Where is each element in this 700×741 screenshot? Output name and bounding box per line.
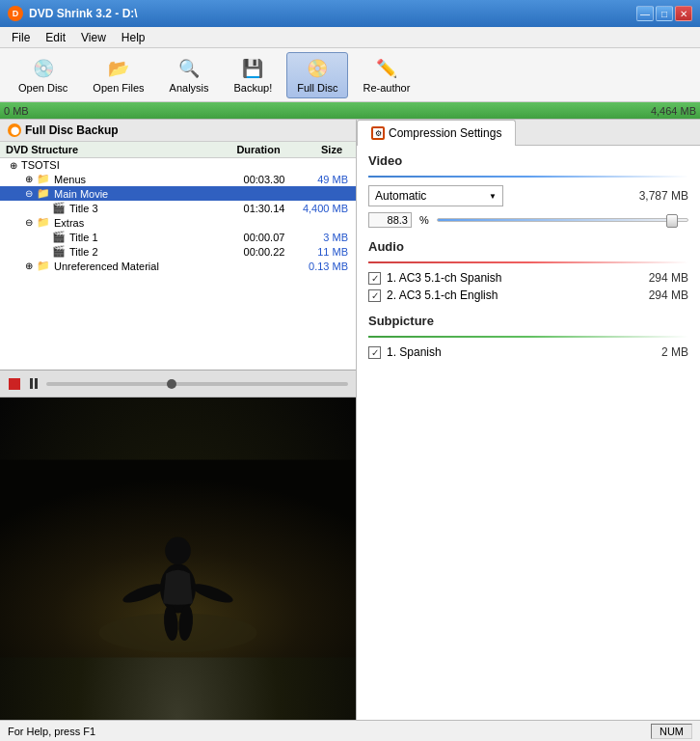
quality-slider[interactable]	[437, 218, 688, 222]
percent-symbol: %	[419, 214, 429, 226]
re-author-button[interactable]: ✏️ Re-author	[352, 52, 420, 98]
analysis-label: Analysis	[170, 82, 209, 94]
audio-2-label: 2. AC3 5.1-ch English	[387, 288, 643, 302]
audio-1-checkbox[interactable]: ✓	[368, 272, 381, 285]
tree-row-unreferenced[interactable]: ⊕ 📁 Unreferenced Material 0.13 MB	[0, 259, 356, 273]
structure-panel: ⬤ Full Disc Backup DVD Structure Duratio…	[0, 120, 356, 370]
label-unreferenced: Unreferenced Material	[54, 261, 159, 272]
menu-view[interactable]: View	[73, 29, 114, 46]
open-disc-icon: 💿	[32, 57, 55, 80]
quality-thumb	[666, 214, 678, 228]
status-help-text: For Help, press F1	[8, 726, 95, 737]
tree-row-title2[interactable]: 🎬 Title 2 00:00.22 11 MB	[0, 244, 356, 259]
folder-icon-menus: 📁	[37, 173, 50, 185]
audio-row-2: ✓ 2. AC3 5.1-ch English 294 MB	[368, 288, 688, 302]
tree-row-menus[interactable]: ⊕ 📁 Menus 00:03.30 49 MB	[0, 172, 356, 186]
label-title2: Title 2	[69, 246, 98, 258]
slider-row: %	[368, 212, 688, 228]
toolbar: 💿 Open Disc 📂 Open Files 🔍 Analysis 💾 Ba…	[0, 48, 700, 102]
label-title3: Title 3	[69, 203, 98, 214]
sub-1-label: 1. Spanish	[387, 345, 656, 359]
compression-content: Video Automatic ▼ 3,787 MB %	[357, 146, 700, 720]
percent-input[interactable]	[368, 212, 412, 228]
expand-extras[interactable]: ⊖	[23, 217, 35, 228]
menu-help[interactable]: Help	[114, 29, 153, 46]
tree-row-main-movie[interactable]: ⊖ 📁 Main Movie	[0, 186, 356, 201]
backup-button[interactable]: 💾 Backup!	[224, 52, 283, 98]
col-duration-header: Duration	[225, 144, 292, 155]
stop-button[interactable]	[8, 377, 21, 391]
progress-label-left: 0 MB	[4, 105, 29, 117]
expand-tsotsi[interactable]: ⊕	[8, 160, 19, 171]
audio-1-label: 1. AC3 5.1-ch Spanish	[387, 271, 643, 285]
pause-icon	[30, 378, 38, 389]
open-files-button[interactable]: 📂 Open Files	[82, 52, 154, 98]
maximize-button[interactable]: □	[656, 6, 673, 21]
video-scene	[0, 398, 356, 720]
pause-button[interactable]	[27, 377, 40, 391]
audio-section: Audio ✓ 1. AC3 5.1-ch Spanish 294 MB ✓ 2…	[368, 239, 688, 302]
audio-1-size: 294 MB	[649, 271, 688, 285]
menu-edit[interactable]: Edit	[38, 29, 73, 46]
video-divider	[368, 176, 688, 178]
sub-1-checkbox[interactable]: ✓	[368, 346, 381, 359]
panel-header-title: Full Disc Backup	[25, 124, 119, 137]
tree-row-tsotsi[interactable]: ⊕ TSOTSI	[0, 158, 356, 172]
expand-unreferenced[interactable]: ⊕	[23, 261, 35, 271]
menu-file[interactable]: File	[4, 29, 38, 46]
tree-row-title1[interactable]: 🎬 Title 1 00:00.07 3 MB	[0, 230, 356, 244]
re-author-icon: ✏️	[375, 57, 398, 80]
backup-icon: 💾	[241, 57, 264, 80]
title-text: DVD Shrink 3.2 - D:\	[29, 7, 138, 20]
dropdown-arrow-icon: ▼	[489, 192, 497, 201]
open-disc-button[interactable]: 💿 Open Disc	[8, 52, 78, 98]
label-tsotsi: TSOTSI	[21, 159, 60, 171]
expand-main-movie[interactable]: ⊖	[23, 188, 35, 199]
compression-tab-label: Compression Settings	[389, 126, 501, 140]
tree-row-extras[interactable]: ⊖ 📁 Extras	[0, 215, 356, 230]
full-disc-button[interactable]: 📀 Full Disc	[286, 52, 348, 98]
audio-2-checkbox[interactable]: ✓	[368, 289, 381, 302]
player-scrubber[interactable]	[46, 382, 348, 386]
label-title1: Title 1	[69, 232, 98, 243]
video-controls-row: Automatic ▼ 3,787 MB	[368, 185, 688, 206]
open-disc-label: Open Disc	[18, 82, 67, 94]
player-scrubber-thumb	[167, 379, 176, 389]
open-files-icon: 📂	[107, 57, 130, 80]
title-buttons: — □ ✕	[636, 6, 692, 21]
file-icon-title1: 🎬	[52, 231, 66, 243]
full-disc-icon: 📀	[306, 57, 329, 80]
subpicture-section: Subpicture ✓ 1. Spanish 2 MB	[368, 314, 688, 359]
close-button[interactable]: ✕	[675, 6, 692, 21]
full-disc-label: Full Disc	[297, 82, 337, 94]
video-section-title: Video	[368, 153, 688, 168]
status-bar: For Help, press F1 NUM	[0, 720, 700, 741]
player-controls	[0, 370, 356, 398]
minimize-button[interactable]: —	[636, 6, 654, 21]
main-content: ⬤ Full Disc Backup DVD Structure Duratio…	[0, 120, 700, 720]
sub-1-size: 2 MB	[661, 345, 688, 359]
audio-divider	[368, 261, 688, 263]
expand-menus[interactable]: ⊕	[23, 174, 35, 184]
subpicture-row-1: ✓ 1. Spanish 2 MB	[368, 345, 688, 359]
tree-row-title3[interactable]: 🎬 Title 3 01:30.14 4,400 MB	[0, 201, 356, 215]
re-author-label: Re-author	[363, 82, 410, 94]
status-num: NUM	[651, 724, 692, 739]
video-mode-dropdown[interactable]: Automatic ▼	[368, 185, 503, 206]
app-icon: D	[8, 6, 23, 21]
compression-tab-item[interactable]: ⚙ Compression Settings	[357, 120, 516, 146]
progress-fill	[0, 102, 700, 119]
file-icon-title3: 🎬	[52, 202, 66, 214]
audio-row-1: ✓ 1. AC3 5.1-ch Spanish 294 MB	[368, 271, 688, 285]
analysis-button[interactable]: 🔍 Analysis	[159, 52, 220, 98]
col-name-header: DVD Structure	[6, 144, 225, 155]
title-bar: D DVD Shrink 3.2 - D:\ — □ ✕	[0, 0, 700, 27]
audio-section-title: Audio	[368, 239, 688, 254]
compression-tab-icon: ⚙	[371, 126, 385, 140]
panel-header: ⬤ Full Disc Backup	[0, 120, 356, 142]
title-bar-left: D DVD Shrink 3.2 - D:\	[8, 6, 138, 21]
audio-2-size: 294 MB	[649, 288, 688, 302]
col-size-header: Size	[292, 144, 350, 155]
video-content	[0, 398, 356, 720]
analysis-icon: 🔍	[177, 57, 201, 80]
